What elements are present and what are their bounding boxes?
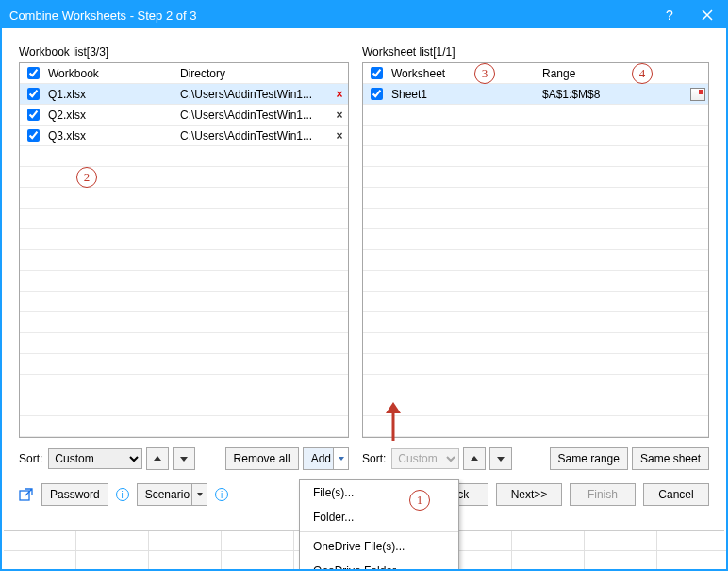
- external-link-icon[interactable]: [19, 487, 34, 502]
- workbook-row[interactable]: Q1.xlsx C:\Users\AddinTestWin1... ×: [20, 84, 348, 105]
- close-icon: [702, 9, 713, 21]
- row-checkbox[interactable]: [27, 88, 40, 100]
- menu-separator: [300, 531, 458, 532]
- scenario-caret[interactable]: [191, 484, 207, 505]
- menu-folder[interactable]: Folder...: [300, 505, 458, 529]
- password-button[interactable]: Password: [41, 483, 108, 506]
- sort-label: Sort:: [362, 452, 386, 465]
- menu-onedrive-folder[interactable]: OneDrive Folder...: [300, 559, 458, 571]
- remove-row-icon[interactable]: ×: [331, 109, 348, 122]
- workbook-header-row: Workbook Directory: [20, 63, 348, 84]
- remove-all-button[interactable]: Remove all: [225, 447, 299, 470]
- sort-label: Sort:: [19, 452, 42, 465]
- worksheet-col-name[interactable]: Worksheet: [389, 67, 540, 80]
- menu-onedrive-files[interactable]: OneDrive File(s)...: [300, 534, 458, 559]
- info-icon[interactable]: i: [116, 488, 129, 501]
- chevron-down-icon: [196, 491, 204, 498]
- workbook-grid[interactable]: Workbook Directory Q1.xlsx C:\Users\Addi…: [19, 62, 349, 438]
- workbook-name: Q2.xlsx: [46, 109, 178, 122]
- same-range-button[interactable]: Same range: [550, 447, 628, 470]
- down-icon: [179, 454, 189, 463]
- row-checkbox[interactable]: [371, 88, 383, 100]
- worksheet-sort-down[interactable]: [489, 447, 512, 470]
- worksheet-header-row: Worksheet Range: [363, 63, 708, 84]
- cancel-button[interactable]: Cancel: [643, 483, 709, 506]
- add-button[interactable]: Add: [303, 447, 349, 470]
- worksheet-sort-row: Sort: Custom Same range Same sheet: [362, 447, 709, 470]
- workbook-sort-down[interactable]: [173, 447, 195, 470]
- add-caret[interactable]: [333, 448, 348, 469]
- workbook-select-all[interactable]: [27, 67, 40, 79]
- workbook-dir: C:\Users\AddinTestWin1...: [178, 88, 331, 101]
- chevron-down-icon: [338, 455, 345, 462]
- finish-button[interactable]: Finish: [570, 483, 636, 506]
- workbook-sort-up[interactable]: [146, 447, 169, 470]
- worksheet-sort-up[interactable]: [463, 447, 486, 470]
- row-checkbox[interactable]: [27, 129, 40, 142]
- menu-files[interactable]: File(s)...: [300, 480, 458, 505]
- workbook-sort-row: Sort: Custom Remove all Add: [19, 447, 349, 470]
- workbook-dir: C:\Users\AddinTestWin1...: [178, 109, 331, 122]
- worksheet-grid[interactable]: Worksheet Range Sheet1 $A$1:$M$8 3: [362, 62, 709, 438]
- worksheet-name: Sheet1: [389, 88, 540, 101]
- up-icon: [153, 454, 162, 463]
- remove-row-icon[interactable]: ×: [331, 88, 348, 101]
- worksheet-col-range[interactable]: Range: [540, 67, 687, 80]
- workbook-row[interactable]: Q2.xlsx C:\Users\AddinTestWin1... ×: [20, 105, 348, 126]
- same-sheet-button[interactable]: Same sheet: [632, 447, 709, 470]
- worksheet-row[interactable]: Sheet1 $A$1:$M$8: [363, 84, 708, 105]
- remove-row-icon[interactable]: ×: [331, 129, 348, 143]
- worksheet-list-label: Worksheet list[1/1]: [362, 45, 709, 59]
- workbook-sort-select[interactable]: Custom: [48, 448, 142, 469]
- workbook-list-label: Workbook list[3/3]: [19, 45, 349, 59]
- close-button[interactable]: [688, 2, 726, 28]
- range-picker-icon[interactable]: [690, 88, 705, 101]
- workbook-row[interactable]: Q3.xlsx C:\Users\AddinTestWin1... ×: [20, 126, 348, 146]
- svg-rect-0: [20, 491, 29, 500]
- workbook-col-directory[interactable]: Directory: [178, 67, 331, 80]
- up-icon: [470, 454, 479, 463]
- row-checkbox[interactable]: [27, 109, 40, 121]
- next-button[interactable]: Next>>: [496, 483, 562, 506]
- worksheet-select-all[interactable]: [371, 67, 383, 79]
- worksheet-panel: Worksheet list[1/1] Worksheet Range Shee…: [362, 45, 709, 470]
- down-icon: [496, 454, 505, 463]
- add-dropdown: File(s)... Folder... OneDrive File(s)...…: [299, 479, 459, 571]
- workbook-name: Q3.xlsx: [46, 129, 178, 143]
- workbook-col-name[interactable]: Workbook: [46, 67, 178, 80]
- titlebar: Combine Worksheets - Step 2 of 3 ?: [2, 2, 726, 28]
- worksheet-range: $A$1:$M$8: [540, 88, 687, 101]
- worksheet-sort-select[interactable]: Custom: [391, 448, 459, 469]
- workbook-dir: C:\Users\AddinTestWin1...: [178, 129, 331, 143]
- window-title: Combine Worksheets - Step 2 of 3: [9, 8, 196, 23]
- workbook-panel: Workbook list[3/3] Workbook Directory Q1…: [19, 45, 349, 470]
- help-button[interactable]: ?: [651, 2, 688, 28]
- info-icon[interactable]: i: [215, 488, 228, 501]
- workbook-name: Q1.xlsx: [46, 88, 178, 101]
- scenario-button[interactable]: Scenario: [137, 483, 207, 506]
